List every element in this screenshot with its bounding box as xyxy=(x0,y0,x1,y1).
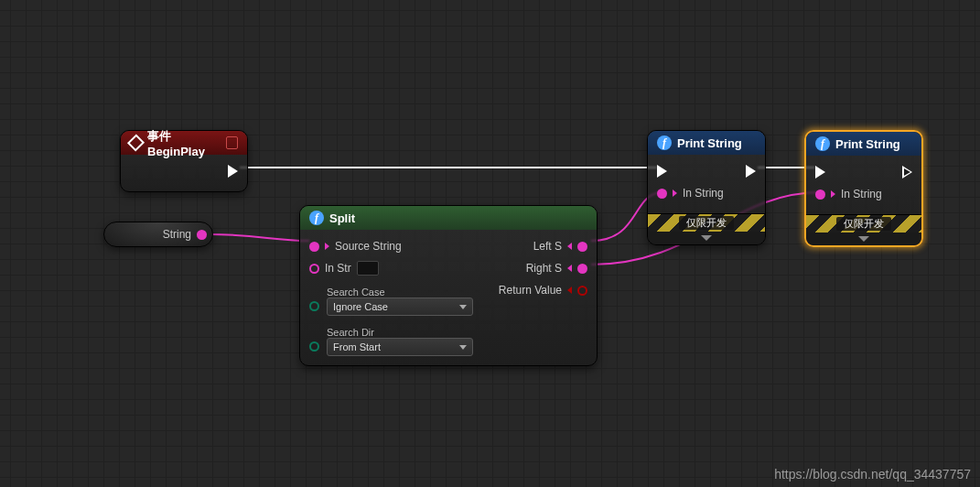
search-case-dropdown[interactable]: Ignore Case xyxy=(327,298,473,316)
exec-in-pin[interactable] xyxy=(657,165,667,178)
pin-left-s[interactable]: Left S xyxy=(533,240,587,253)
node-header[interactable]: 事件BeginPlay xyxy=(121,131,247,155)
node-header[interactable]: f Split xyxy=(300,206,597,230)
expand-toggle[interactable] xyxy=(806,233,921,245)
in-str-input[interactable] xyxy=(357,261,379,276)
node-variable-string[interactable]: String xyxy=(103,222,213,247)
pin-search-case[interactable] xyxy=(309,301,319,311)
exec-out-pin[interactable] xyxy=(746,165,756,178)
pin-in-str[interactable]: In Str xyxy=(309,261,379,276)
variable-out-pin[interactable] xyxy=(197,230,207,240)
node-header[interactable]: f Print String xyxy=(806,132,921,156)
delegate-pin[interactable] xyxy=(226,136,238,149)
node-title: Print String xyxy=(835,137,900,151)
dev-only-strip: 仅限开发 xyxy=(806,214,921,233)
node-split[interactable]: f Split Source String Left S In Str Righ… xyxy=(299,205,598,366)
search-dir-label: Search Dir xyxy=(327,327,473,338)
function-icon: f xyxy=(309,211,324,225)
node-event-beginplay[interactable]: 事件BeginPlay xyxy=(120,130,248,192)
chevron-down-icon xyxy=(459,305,467,309)
pin-right-s[interactable]: Right S xyxy=(526,262,587,275)
variable-name: String xyxy=(163,228,191,241)
watermark: https://blog.csdn.net/qq_34437757 xyxy=(774,467,971,482)
chevron-down-icon xyxy=(858,236,869,242)
exec-out-pin[interactable] xyxy=(902,166,912,179)
pin-in-string[interactable]: In String xyxy=(657,187,724,200)
pin-search-dir[interactable] xyxy=(309,341,319,352)
node-print-string-2[interactable]: f Print String In String 仅限开发 xyxy=(804,130,923,247)
pin-in-string[interactable]: In String xyxy=(815,188,882,200)
node-header[interactable]: f Print String xyxy=(648,131,765,155)
node-title: Split xyxy=(329,211,355,225)
chevron-down-icon xyxy=(701,235,712,241)
exec-in-pin[interactable] xyxy=(815,166,825,179)
node-print-string-1[interactable]: f Print String In String 仅限开发 xyxy=(647,130,766,245)
function-icon: f xyxy=(657,135,672,150)
exec-out-pin[interactable] xyxy=(228,165,238,178)
node-title: 事件BeginPlay xyxy=(147,128,221,158)
node-title: Print String xyxy=(677,136,742,150)
search-dir-dropdown[interactable]: From Start xyxy=(327,338,473,356)
pin-source-string[interactable]: Source String xyxy=(309,240,402,253)
chevron-down-icon xyxy=(459,345,467,350)
pin-return-value[interactable]: Return Value xyxy=(499,284,587,297)
event-icon xyxy=(127,134,145,151)
search-case-label: Search Case xyxy=(327,287,473,298)
expand-toggle[interactable] xyxy=(648,232,765,244)
function-icon: f xyxy=(815,136,830,151)
dev-only-strip: 仅限开发 xyxy=(648,213,765,232)
